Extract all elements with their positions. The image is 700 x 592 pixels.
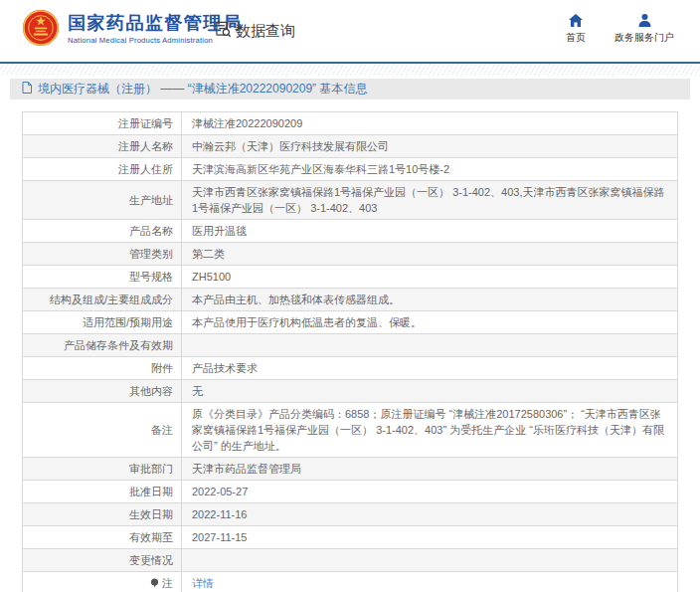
row-label: 生效日期 xyxy=(23,503,182,525)
row-value: 津械注准20222090209 xyxy=(182,112,677,134)
table-row: 附件 产品技术要求 xyxy=(23,357,677,380)
row-label-text: 批准日期 xyxy=(129,484,173,499)
table-row: 适用范围/预期用途 本产品使用于医疗机构低温患者的复温、保暖。 xyxy=(23,311,677,334)
row-label-text: 产品名称 xyxy=(129,223,173,239)
row-label-text: 有效期至 xyxy=(129,529,173,545)
table-row: 生效日期 2022-11-16 xyxy=(23,503,677,526)
user-icon xyxy=(638,13,651,27)
table-row: 注册证编号 津械注准20222090209 xyxy=(23,112,677,135)
row-label: 产品名称 xyxy=(23,220,182,242)
row-label: 注 xyxy=(23,572,182,592)
row-value-text: 本产品使用于医疗机构低温患者的复温、保暖。 xyxy=(192,314,422,330)
row-value-text: 原《分类目录》产品分类编码：6858；原注册证编号 “津械注准201725803… xyxy=(192,406,667,454)
data-query-label: 数据查询 xyxy=(236,22,295,41)
brand: 国家药品监督管理局 National Medical Products Admi… xyxy=(22,9,243,47)
row-label-text: 备注 xyxy=(151,422,173,438)
table-row: 有效期至 2027-11-15 xyxy=(23,526,677,549)
row-label-text: 生产地址 xyxy=(129,192,173,208)
home-icon xyxy=(569,13,583,27)
row-label-text: 审批部门 xyxy=(129,461,173,477)
row-label: 变更情况 xyxy=(23,549,182,571)
row-label: 注册证编号 xyxy=(23,112,182,134)
row-label-text: 产品储存条件及有效期 xyxy=(64,337,173,353)
row-label: 生产地址 xyxy=(23,181,182,219)
table-row: 变更情况 xyxy=(23,549,677,572)
row-value-text: 2022-05-27 xyxy=(192,484,248,499)
row-label-text: 注册人名称 xyxy=(118,138,173,154)
row-label-text: 生效日期 xyxy=(129,506,173,522)
row-label: 注册人住所 xyxy=(23,158,182,180)
header-nav: 首页 政务服务门户 xyxy=(561,13,674,45)
nav-data-query[interactable]: 数据查询 xyxy=(215,21,295,41)
row-value: 医用升温毯 xyxy=(182,220,677,242)
row-value-text: 产品技术要求 xyxy=(192,360,258,376)
row-label-text: 型号规格 xyxy=(129,269,173,285)
nav-portal-label: 政务服务门户 xyxy=(614,31,674,45)
row-label-text: 适用范围/预期用途 xyxy=(83,314,173,330)
doc-search-icon xyxy=(215,21,232,41)
row-value: 产品技术要求 xyxy=(182,357,677,379)
row-value-text: 2027-11-15 xyxy=(192,529,247,545)
row-value: 原《分类目录》产品分类编码：6858；原注册证编号 “津械注准201725803… xyxy=(182,403,677,457)
page-title-bar: 境内医疗器械（注册） —— “津械注准20222090209” 基本信息 xyxy=(10,79,690,99)
row-value: 天津市西青区张家窝镇福保路1号福保产业园（一区） 3-1-402、403,天津市… xyxy=(182,181,677,219)
nav-portal[interactable]: 政务服务门户 xyxy=(614,13,674,45)
row-label-text: 注 xyxy=(162,575,173,591)
nav-home-label: 首页 xyxy=(566,31,586,45)
table-row: 审批部门 天津市药品监督管理局 xyxy=(23,458,677,481)
national-emblem-logo xyxy=(22,9,60,47)
detail-link[interactable]: 详情 xyxy=(192,575,214,591)
page: { "header": { "agency_name_cn": "国家药品监督管… xyxy=(0,0,700,592)
note-icon xyxy=(150,578,159,588)
row-value-text: 无 xyxy=(192,383,203,399)
row-label-text: 注册人住所 xyxy=(118,161,173,177)
row-value-text: 第二类 xyxy=(192,246,225,262)
row-label: 产品储存条件及有效期 xyxy=(23,334,182,356)
table-row: 结构及组成/主要组成成分 本产品由主机、加热毯和体表传感器组成。 xyxy=(23,289,677,311)
row-value: 天津滨海高新区华苑产业区海泰华科三路1号10号楼-2 xyxy=(182,158,677,180)
row-label: 管理类别 xyxy=(23,243,182,265)
row-label: 其他内容 xyxy=(23,380,182,402)
table-row: 管理类别 第二类 xyxy=(23,243,677,266)
row-value-text: 本产品由主机、加热毯和体表传感器组成。 xyxy=(192,292,400,307)
row-value xyxy=(182,334,677,356)
row-value: 2022-11-16 xyxy=(182,503,677,525)
table-row: 备注 原《分类目录》产品分类编码：6858；原注册证编号 “津械注准201725… xyxy=(23,403,677,458)
table-row: 注 详情 xyxy=(23,572,677,592)
row-label-text: 其他内容 xyxy=(129,383,173,399)
row-value: ZH5100 xyxy=(182,266,677,288)
row-label-text: 附件 xyxy=(151,360,173,376)
header: 国家药品监督管理局 National Medical Products Admi… xyxy=(0,0,700,62)
row-value-text: 中瀚云邦（天津）医疗科技发展有限公司 xyxy=(192,138,389,154)
table-row: 产品储存条件及有效期 xyxy=(23,334,677,357)
row-label-text: 注册证编号 xyxy=(118,115,173,131)
table-row: 注册人名称 中瀚云邦（天津）医疗科技发展有限公司 xyxy=(23,135,677,158)
row-label: 有效期至 xyxy=(23,526,182,548)
row-value: 中瀚云邦（天津）医疗科技发展有限公司 xyxy=(182,135,677,157)
table-row: 注册人住所 天津滨海高新区华苑产业区海泰华科三路1号10号楼-2 xyxy=(23,158,677,181)
table-row: 型号规格 ZH5100 xyxy=(23,266,677,289)
row-value-text: 天津市西青区张家窝镇福保路1号福保产业园（一区） 3-1-402、403,天津市… xyxy=(192,184,667,216)
row-value: 本产品由主机、加热毯和体表传感器组成。 xyxy=(182,289,677,310)
table-row: 生产地址 天津市西青区张家窝镇福保路1号福保产业园（一区） 3-1-402、40… xyxy=(23,181,677,220)
row-value: 2027-11-15 xyxy=(182,526,677,548)
page-title-text: 境内医疗器械（注册） —— “津械注准20222090209” 基本信息 xyxy=(38,81,367,98)
row-label-text: 管理类别 xyxy=(129,246,173,262)
info-table: 注册证编号 津械注准20222090209 注册人名称 中瀚云邦（天津）医疗科技… xyxy=(22,111,678,592)
row-value: 本产品使用于医疗机构低温患者的复温、保暖。 xyxy=(182,311,677,333)
row-label: 结构及组成/主要组成成分 xyxy=(23,289,182,310)
row-label-text: 变更情况 xyxy=(129,552,173,568)
hatch-strip xyxy=(0,64,700,76)
row-value xyxy=(182,549,677,571)
row-value-text: ZH5100 xyxy=(192,269,231,285)
row-value-text: 津械注准20222090209 xyxy=(192,115,302,131)
row-value: 详情 xyxy=(182,572,677,592)
nav-home[interactable]: 首页 xyxy=(561,13,591,45)
page-icon xyxy=(22,82,32,97)
row-label: 批准日期 xyxy=(23,481,182,502)
row-label: 注册人名称 xyxy=(23,135,182,157)
row-value-text: 天津滨海高新区华苑产业区海泰华科三路1号10号楼-2 xyxy=(192,161,449,177)
row-label: 型号规格 xyxy=(23,266,182,288)
row-value-text: 天津市药品监督管理局 xyxy=(192,461,301,477)
row-value: 2022-05-27 xyxy=(182,481,677,502)
